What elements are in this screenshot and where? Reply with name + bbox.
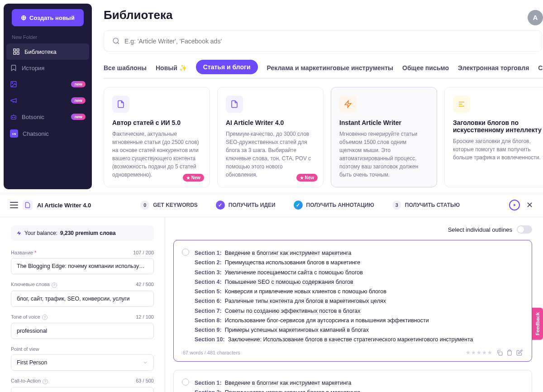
card-desc: Фактические, актуальные мгновенные стать… [112, 130, 201, 179]
card-title: AI Article Writer 4.0 [226, 119, 315, 126]
avatar[interactable]: A [528, 10, 543, 25]
toggle-label: Select individual outlines [448, 226, 512, 233]
new-badge: New [183, 174, 204, 182]
sidebar-item-library[interactable]: Библиотека [6, 43, 89, 60]
feedback-tab[interactable]: Feedback [532, 308, 543, 340]
section-row: Section 7: Советы по созданию эффективны… [195, 306, 523, 316]
step-outline[interactable]: ✓ПОЛУЧИТЬ АННОТАЦИЮ [294, 201, 374, 210]
template-card[interactable]: Заголовки блогов по искусственному интел… [444, 87, 543, 187]
menu-icon[interactable] [10, 202, 18, 208]
grid-icon [13, 48, 20, 55]
sidebar-item-history[interactable]: История [4, 60, 92, 76]
chevron-down-icon [143, 360, 148, 365]
outline-card[interactable]: Section 1: Введение в блоггинг как инстр… [173, 240, 532, 362]
section-row: Section 8: Использование блог-сервисов д… [195, 316, 523, 325]
new-folder-label: New Folder [4, 34, 92, 43]
new-badge: new [71, 97, 86, 104]
help-icon[interactable]: ? [52, 282, 57, 288]
help-icon[interactable]: ? [43, 379, 48, 384]
step-label: ПОЛУЧИТЬ ИДЕИ [229, 202, 276, 208]
svg-rect-2 [14, 52, 16, 54]
sidebar-item-label: Chatsonic [23, 130, 49, 137]
tab-ecommerce[interactable]: Электронная торговля [458, 60, 529, 78]
image-icon [10, 81, 17, 88]
create-new-label: Создать новый [29, 14, 75, 21]
edit-icon[interactable] [516, 349, 523, 356]
step-article[interactable]: 3ПОЛУЧИТЬ СТАТЬЮ [392, 201, 460, 210]
bot-icon [10, 113, 17, 120]
template-card[interactable]: Instant Article Writer Мгновенно генерир… [331, 87, 437, 187]
sidebar: ⊕ Создать новый New Folder Библиотека Ис… [4, 4, 92, 189]
outline-radio[interactable] [182, 249, 189, 256]
copy-icon[interactable] [496, 349, 503, 356]
char-count: 42 / 500 [136, 282, 154, 288]
step-label: ПОЛУЧИТЬ АННОТАЦИЮ [306, 202, 374, 208]
bolt-icon [16, 230, 22, 236]
svg-rect-6 [11, 115, 16, 119]
play-button[interactable] [509, 200, 520, 210]
tab-article-blog[interactable]: Статья и блоги [196, 60, 258, 74]
step-ideas[interactable]: ✓ПОЛУЧИТЬ ИДЕИ [216, 201, 276, 210]
balance-value: 9,230 premium слова [60, 230, 116, 236]
card-title: Автор статей с ИИ 5.0 [112, 119, 201, 126]
stepper-bar: AI Article Writer 4.0 0GET KEYWORDS ✓ПОЛ… [0, 193, 543, 217]
outline-panel: Select individual outlines Section 1: Вв… [165, 217, 543, 392]
individual-outlines-toggle[interactable] [517, 225, 532, 234]
sidebar-item-label: История [22, 65, 44, 72]
help-icon[interactable]: ? [42, 315, 48, 320]
char-count: 12 / 100 [136, 314, 154, 320]
tab-new[interactable]: Новый ✨ [156, 60, 187, 78]
rating-stars[interactable]: ★★★★★ [466, 349, 493, 356]
section-row: Section 5: Конверсия и привлечение новых… [195, 287, 523, 296]
page-title: Библиотека [104, 8, 172, 22]
section-row: Section 1: Введение в блоггинг как инстр… [195, 378, 523, 388]
tab-ads[interactable]: Реклама и маркетинговые инструменты [267, 60, 394, 78]
section-row: Section 10: Заключение: Использование бл… [195, 335, 523, 344]
title-input[interactable] [11, 258, 154, 274]
select-value: First Person [17, 359, 47, 366]
doc-ai-icon [226, 96, 243, 113]
step-label: GET KEYWORDS [153, 202, 198, 208]
card-title: Заголовки блогов по искусственному интел… [453, 119, 542, 134]
word-count: 67 words / 481 characters [183, 350, 240, 355]
sidebar-item-label: Botsonic [22, 114, 44, 120]
step-keywords[interactable]: 0GET KEYWORDS [140, 201, 198, 210]
search-input[interactable] [124, 38, 533, 45]
section-row: Section 9: Примеры успешных маркетинговы… [195, 325, 523, 335]
section-row: Section 2: Преимущества использования бл… [195, 388, 523, 392]
tab-all[interactable]: Все шаблоны [104, 60, 147, 78]
template-card[interactable]: AI Article Writer 4.0 Премиум-качество, … [217, 87, 324, 187]
sidebar-item-chatsonic[interactable]: cs Chatsonic [4, 125, 92, 142]
field-label: Ключевые слова [11, 282, 50, 287]
keywords-input[interactable] [11, 291, 154, 307]
tone-input[interactable] [11, 323, 154, 339]
field-label: Point of view [11, 346, 39, 352]
close-icon[interactable]: ✕ [526, 200, 533, 210]
sidebar-item-announce[interactable]: new [4, 92, 92, 109]
balance-banner: Your balance: 9,230 premium слова [11, 225, 154, 241]
pov-select[interactable]: First Person [11, 354, 154, 371]
cta-input[interactable] [11, 387, 154, 392]
tab-general[interactable]: Общее письмо [402, 60, 449, 78]
char-count: 63 / 500 [136, 378, 154, 384]
new-badge: New [296, 174, 318, 182]
card-desc: Премиум-качество, до 3000 слов SEO-друже… [226, 130, 315, 179]
step-check-icon: ✓ [216, 201, 225, 210]
sidebar-item-image[interactable]: new [4, 76, 92, 92]
svg-rect-10 [499, 352, 502, 355]
svg-point-7 [12, 117, 13, 118]
create-new-button[interactable]: ⊕ Создать новый [12, 9, 84, 26]
svg-point-9 [113, 38, 118, 43]
outline-card[interactable]: Section 1: Введение в блоггинг как инстр… [173, 370, 532, 392]
section-row: Section 6: Различные типы контента для б… [195, 296, 523, 306]
heading-icon [453, 96, 470, 113]
svg-rect-0 [14, 49, 16, 51]
outline-radio[interactable] [182, 378, 189, 386]
sidebar-item-botsonic[interactable]: Botsonic new [4, 109, 92, 125]
svg-rect-1 [17, 49, 19, 51]
step-number: 0 [140, 201, 149, 210]
trash-icon[interactable] [506, 349, 513, 356]
cs-icon: cs [10, 129, 18, 138]
tab-social[interactable]: Социальные медиа [538, 60, 543, 78]
template-card[interactable]: Автор статей с ИИ 5.0 Фактические, актуа… [104, 87, 210, 187]
